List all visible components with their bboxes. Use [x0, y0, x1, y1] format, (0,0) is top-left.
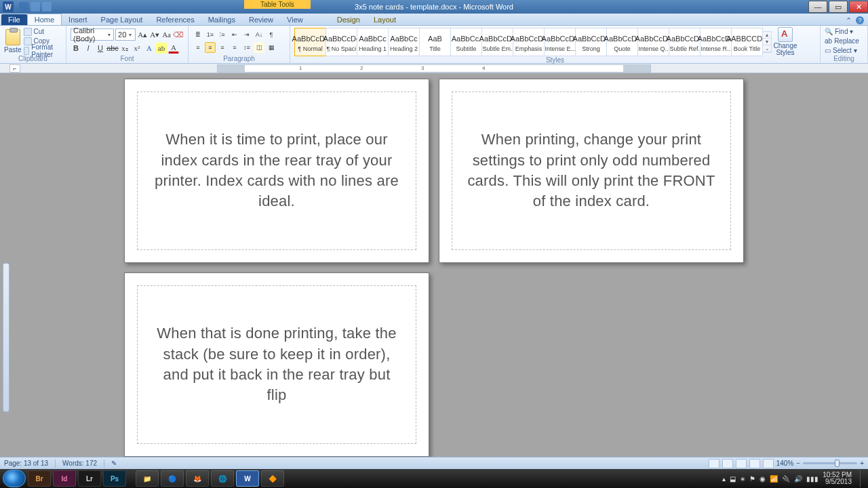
style-item[interactable]: AaBbCc.Subtitle [450, 28, 482, 56]
undo-icon[interactable] [31, 2, 40, 12]
tray-signal-icon[interactable]: ▮▮▮ [806, 475, 818, 483]
table-cell[interactable]: When printing, change your print setting… [452, 92, 731, 250]
style-item[interactable]: AaBbCcDcIntense Q... [637, 28, 669, 56]
taskbar-clock[interactable]: 10:52 PM 9/5/2013 [823, 472, 856, 486]
font-size-combo[interactable]: 20▾ [115, 28, 136, 41]
index-card-page[interactable]: When it is time to print, place our inde… [124, 79, 429, 263]
tab-mailings[interactable]: Mailings [201, 14, 242, 25]
save-icon[interactable] [19, 2, 28, 12]
tray-dropbox-icon[interactable]: ⬓ [730, 475, 736, 483]
increase-indent-button[interactable]: ⇥ [241, 29, 252, 40]
tray-shield-icon[interactable]: ◉ [760, 475, 766, 483]
taskbar-app-vlc[interactable]: 🔶 [261, 470, 284, 487]
paste-button[interactable]: Paste [4, 28, 22, 55]
vertical-scrollbar[interactable] [3, 73, 9, 457]
tray-volume-icon[interactable]: 🔊 [794, 475, 802, 483]
style-item[interactable]: AaBbCcDc¶ No Spaci... [326, 28, 357, 56]
replace-button[interactable]: abReplace [825, 37, 859, 45]
show-desktop-button[interactable] [860, 470, 865, 487]
find-button[interactable]: 🔍Find ▾ [825, 27, 859, 36]
full-screen-view-button[interactable] [722, 459, 733, 468]
sort-button[interactable]: A↓ [254, 29, 264, 40]
styles-gallery[interactable]: AaBbCcDc¶ NormalAaBbCcDc¶ No Spaci...AaB… [294, 28, 762, 56]
styles-scroll[interactable]: ▴ ▾ ⌄ [762, 31, 772, 53]
subscript-button[interactable]: x₂ [119, 43, 130, 54]
tab-review[interactable]: Review [242, 14, 280, 25]
italic-button[interactable]: I [83, 43, 94, 54]
styles-expand-icon[interactable]: ⌄ [763, 45, 771, 52]
word-count[interactable]: Words: 172 [62, 460, 97, 467]
taskbar-app-media[interactable]: 🔵 [161, 470, 184, 487]
select-button[interactable]: ▭Select ▾ [825, 46, 859, 55]
strikethrough-button[interactable]: abc [107, 43, 118, 54]
highlight-button[interactable]: ab [156, 43, 167, 54]
proofing-icon[interactable]: ✎ [111, 460, 117, 467]
text-effects-button[interactable]: A [144, 43, 155, 54]
table-cell[interactable]: When it is time to print, place our inde… [137, 92, 416, 250]
minimize-button[interactable]: — [808, 1, 827, 13]
tray-network-icon[interactable]: 📶 [770, 475, 778, 483]
table-cell[interactable]: When that is done printing, take the sta… [137, 285, 416, 444]
show-marks-button[interactable]: ¶ [266, 29, 277, 40]
tab-insert[interactable]: Insert [62, 14, 94, 25]
page-indicator[interactable]: Page: 13 of 13 [4, 460, 48, 467]
tray-power-icon[interactable]: 🔌 [782, 475, 790, 483]
zoom-in-button[interactable]: + [860, 460, 864, 467]
style-item[interactable]: AaBbCcDcSubtle Ref... [669, 28, 701, 56]
style-item[interactable]: AaBbCcDcEmphasis [513, 28, 545, 56]
zoom-slider-thumb[interactable] [835, 460, 840, 467]
zoom-level[interactable]: 140% [776, 460, 794, 467]
align-right-button[interactable]: ≡ [217, 42, 228, 53]
line-spacing-button[interactable]: ↕≡ [241, 42, 252, 53]
card-text[interactable]: When it is time to print, place our inde… [153, 129, 401, 211]
style-item[interactable]: AaBbCcDcIntense E... [544, 28, 576, 56]
style-item[interactable]: AaBbCcHeading 2 [388, 28, 420, 56]
styles-row-up-icon[interactable]: ▴ [763, 32, 771, 39]
tab-design[interactable]: Design [330, 14, 367, 25]
zoom-slider[interactable] [803, 462, 857, 464]
font-name-combo[interactable]: Calibri (Body)▾ [71, 28, 114, 41]
help-icon[interactable]: ? [856, 16, 864, 24]
start-button[interactable] [3, 470, 26, 487]
taskbar-app-bridge[interactable]: Br [28, 470, 51, 487]
style-item[interactable]: AABBCCDCBook Title [731, 28, 763, 56]
zoom-out-button[interactable]: − [796, 460, 800, 467]
taskbar-app-word[interactable]: W [236, 470, 259, 487]
bullets-button[interactable]: ≣ [193, 29, 203, 40]
tab-page-layout[interactable]: Page Layout [94, 14, 150, 25]
change-styles-button[interactable]: Change Styles [772, 27, 799, 56]
taskbar-app-photoshop[interactable]: Ps [103, 470, 126, 487]
print-layout-view-button[interactable] [709, 459, 719, 468]
tab-home[interactable]: Home [27, 14, 62, 25]
card-text[interactable]: When that is done printing, take the sta… [153, 323, 401, 405]
cut-button[interactable]: Cut [24, 27, 62, 36]
taskbar-app-firefox[interactable]: 🦊 [186, 470, 209, 487]
tray-up-icon[interactable]: ▴ [722, 475, 726, 483]
draft-view-button[interactable] [763, 459, 774, 468]
maximize-button[interactable]: ▭ [829, 1, 848, 13]
style-item[interactable]: AaBTitle [419, 28, 451, 56]
index-card-page[interactable]: When that is done printing, take the sta… [124, 272, 429, 457]
align-center-button[interactable]: ≡ [205, 42, 216, 53]
tab-selector[interactable]: ⌐ [9, 64, 20, 73]
style-item[interactable]: AaBbCcDcQuote [606, 28, 638, 56]
style-item[interactable]: AaBbCcDcSubtle Em... [481, 28, 513, 56]
underline-button[interactable]: U [95, 43, 106, 54]
scrollbar-thumb[interactable] [3, 263, 9, 412]
numbering-button[interactable]: 1≡ [205, 29, 216, 40]
decrease-indent-button[interactable]: ⇤ [229, 29, 240, 40]
close-button[interactable]: ✕ [849, 1, 868, 13]
redo-icon[interactable] [42, 2, 52, 12]
styles-row-down-icon[interactable]: ▾ [763, 39, 771, 45]
bold-button[interactable]: B [71, 43, 81, 54]
taskbar-app-explorer[interactable]: 📁 [136, 470, 159, 487]
taskbar-app-lightroom[interactable]: Lr [78, 470, 101, 487]
style-item[interactable]: AaBbCcDc¶ Normal [294, 28, 326, 56]
tray-bluetooth-icon[interactable]: ∗ [740, 475, 745, 483]
tab-layout[interactable]: Layout [367, 14, 403, 25]
tab-view[interactable]: View [280, 14, 310, 25]
shading-button[interactable]: ◫ [254, 42, 264, 53]
outline-view-button[interactable] [749, 459, 760, 468]
justify-button[interactable]: ≡ [229, 42, 240, 53]
tray-flag-icon[interactable]: ⚑ [749, 475, 755, 483]
